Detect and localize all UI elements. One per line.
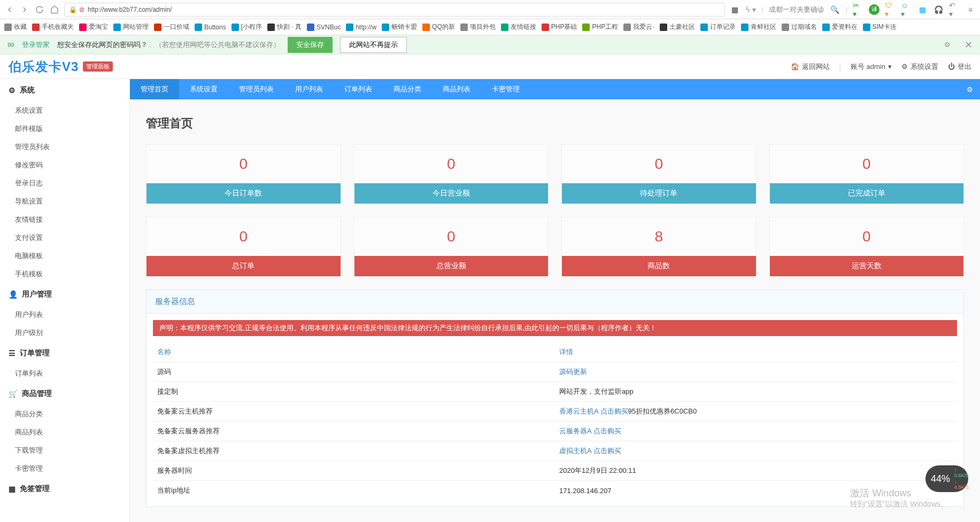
- topnav-tab[interactable]: 卡密管理: [481, 79, 530, 99]
- topnav-tab[interactable]: 商品列表: [432, 79, 481, 99]
- sidebar-item[interactable]: 电脑模板: [0, 247, 129, 265]
- bookmark-item[interactable]: SIM卡连: [863, 22, 897, 32]
- ext-lightning-icon[interactable]: ϟ ▾: [745, 4, 756, 15]
- sidebar-item[interactable]: 修改密码: [0, 156, 129, 174]
- speed-monitor-widget[interactable]: 44% ↑ 0.6K/S ↓ 4.5K/S: [925, 465, 968, 492]
- search-icon[interactable]: 🔍: [830, 4, 840, 15]
- bookmark-item[interactable]: http://w: [346, 24, 376, 31]
- topnav-tab[interactable]: 系统设置: [179, 79, 228, 99]
- back-icon[interactable]: [4, 4, 15, 15]
- bookmark-favicon: [660, 24, 667, 31]
- bookmark-item[interactable]: 项目外包: [460, 22, 496, 32]
- bookmark-item[interactable]: 网站管理: [113, 22, 149, 32]
- sidebar-item[interactable]: 管理员列表: [0, 138, 129, 156]
- bookmark-favicon: [232, 24, 239, 31]
- back-to-site-link[interactable]: 🏠 返回网站: [791, 62, 830, 72]
- sidebar-item[interactable]: 商品列表: [0, 423, 129, 441]
- stat-label: 运营天数: [770, 256, 964, 276]
- logout-link[interactable]: ⏻ 登出: [948, 62, 971, 72]
- bookmark-item[interactable]: 爱淘宝: [79, 22, 108, 32]
- row-value: 源码更新: [555, 362, 957, 382]
- account-dropdown[interactable]: 账号 admin ▾: [851, 62, 892, 72]
- bookmark-favicon: [460, 24, 468, 31]
- sidebar-item[interactable]: 邮件模版: [0, 120, 129, 138]
- detail-link[interactable]: 香港云主机A 点击购买: [559, 407, 628, 415]
- stat-label: 今日订单数: [146, 183, 341, 204]
- topnav-tab[interactable]: 用户列表: [284, 79, 334, 99]
- detail-link[interactable]: 虚拟主机A 点击购买: [559, 447, 621, 455]
- bookmark-item[interactable]: 快剧 · 真: [267, 22, 302, 32]
- bookmark-item[interactable]: 手机收藏夹: [32, 22, 74, 32]
- sidebar-item[interactable]: 下载管理: [0, 441, 129, 459]
- topnav-gear-icon[interactable]: ⚙: [960, 79, 980, 99]
- detail-link[interactable]: 源码更新: [559, 368, 587, 376]
- list-icon: ☰: [9, 349, 16, 357]
- sidebar-item[interactable]: 登录日志: [0, 174, 129, 192]
- bookmark-item[interactable]: 过期域名: [782, 22, 817, 32]
- stat-label: 总营业额: [354, 256, 549, 276]
- save-password-button[interactable]: 安全保存: [288, 37, 333, 53]
- bookmark-item[interactable]: Buttons: [195, 24, 226, 31]
- bookmark-item[interactable]: PHP基础: [542, 22, 577, 32]
- never-this-site-button[interactable]: 此网站不再提示: [340, 37, 407, 53]
- ext-undo-icon[interactable]: ↶ ▾: [949, 4, 960, 15]
- sidebar-item[interactable]: 用户级别: [0, 324, 129, 342]
- notif-gear-icon[interactable]: ⚙: [944, 41, 951, 49]
- bookmark-favicon: [741, 24, 748, 31]
- topnav-tab[interactable]: 管理首页: [130, 79, 179, 99]
- topnav-tab[interactable]: 管理员列表: [228, 79, 284, 99]
- sidebar-item[interactable]: 导航设置: [0, 192, 129, 211]
- bookmark-item[interactable]: 我爱云·: [623, 22, 654, 32]
- sidebar-section-title[interactable]: 🛒商品管理: [0, 383, 129, 405]
- header-settings-link[interactable]: ⚙ 系统设置: [901, 62, 938, 72]
- ext-qr-icon[interactable]: ▦: [729, 4, 740, 15]
- bookmark-item[interactable]: 一口价域: [154, 22, 189, 32]
- url-input[interactable]: 🔒 ⊘ http://www.b2b77.com/admin/: [64, 3, 725, 17]
- bookmark-favicon: [700, 24, 708, 31]
- topnav-tab[interactable]: 商品分类: [383, 79, 432, 99]
- forward-icon[interactable]: [19, 4, 30, 15]
- bookmark-item[interactable]: QQ的新: [422, 22, 455, 32]
- sidebar-section-title[interactable]: ⚙系统: [0, 79, 129, 102]
- home-icon[interactable]: [49, 4, 60, 15]
- bookmark-item[interactable]: 土豪社区: [660, 22, 695, 32]
- sidebar-item[interactable]: 手机模板: [0, 265, 129, 283]
- bookmark-item[interactable]: 订单记录: [700, 22, 736, 32]
- bookmark-item[interactable]: 畅销卡盟: [382, 22, 417, 32]
- table-row: 免备案云服务器推荐云服务器A 点击购买: [153, 422, 957, 441]
- sidebar-item[interactable]: 订单列表: [0, 364, 129, 383]
- sidebar-item[interactable]: 商品分类: [0, 405, 129, 423]
- bookmark-item[interactable]: PHP工程: [582, 22, 618, 32]
- detail-link[interactable]: 云服务器A 点击购买: [559, 427, 621, 435]
- sidebar-section-title[interactable]: ☰订单管理: [0, 342, 129, 364]
- ext-menu-icon[interactable]: ≡: [965, 4, 976, 15]
- sidebar-item[interactable]: 友情链接: [0, 211, 129, 229]
- ext-grid-icon[interactable]: ▦: [917, 4, 928, 15]
- sidebar-section-title[interactable]: ▦免签管理: [0, 478, 129, 500]
- ext-headphones-icon[interactable]: 🎧: [933, 4, 944, 15]
- close-notification-icon[interactable]: ✕: [964, 39, 973, 51]
- ext-translate-icon[interactable]: 译: [869, 4, 879, 15]
- sidebar-item[interactable]: 系统设置: [0, 102, 129, 120]
- refresh-icon[interactable]: [34, 4, 45, 15]
- bookmark-item[interactable]: 青鲜社区: [741, 22, 776, 32]
- bookmark-item[interactable]: [小程序: [232, 22, 262, 32]
- table-row: 源码源码更新: [153, 362, 957, 382]
- bookmark-item[interactable]: 收藏: [4, 22, 27, 32]
- ext-shield-icon[interactable]: 🛡 ▾: [885, 4, 896, 15]
- stat-label: 总订单: [146, 256, 341, 276]
- sidebar-item[interactable]: 卡密管理: [0, 459, 129, 478]
- ext-smile-icon[interactable]: ☺ ▾: [901, 4, 912, 15]
- sidebar-item[interactable]: 用户列表: [0, 306, 129, 324]
- bookmark-item[interactable]: 友情链接: [501, 22, 536, 32]
- sidebar-item[interactable]: 支付设置: [0, 229, 129, 247]
- row-key: 免备案云主机推荐: [153, 402, 555, 422]
- sidebar-section-title[interactable]: 👤用户管理: [0, 283, 129, 306]
- search-hint[interactable]: 成都一对夫妻确诊: [769, 5, 824, 14]
- topnav-tab[interactable]: 订单列表: [334, 79, 383, 99]
- bookmark-item[interactable]: SVNBuc: [307, 24, 341, 31]
- bookmark-item[interactable]: 爱资料在: [822, 22, 858, 32]
- ext-scissors-icon[interactable]: ✂ ▾: [853, 4, 863, 15]
- ext-sep: |: [761, 5, 763, 13]
- bookmark-favicon: [113, 24, 121, 31]
